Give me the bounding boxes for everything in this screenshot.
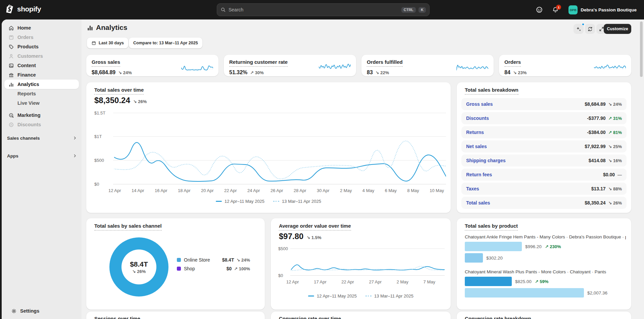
breakdown-row-gross-sales[interactable]: Gross sales $8,684.89↘ 24% [461,98,627,110]
card-title[interactable]: Total sales by sales channel [94,223,162,231]
x-axis-label: 8 May [407,188,419,193]
breakdown-delta: ↘ 24% [608,102,622,107]
legend-item-previous: 13 Mar–11 Apr 2025 [365,293,413,299]
sidebar-item-analytics[interactable]: Analytics [4,80,79,89]
bar-delta: ↗ 59% [535,279,549,284]
card-title[interactable]: Total sales breakdown [465,87,518,95]
aov-value: $97.80 [279,232,303,241]
card-title[interactable]: Sessions over time [94,316,140,319]
donut-center: $8.4T ↘ 26% [121,249,156,284]
breakdown-value: -$377.90 [587,116,605,121]
breakdown-row-total-sales[interactable]: Total sales $8,350.24↘ 26% [461,197,627,209]
channel-legend: Online Store $8.4T ↘ 24% Shop $0 ↗ 100% [177,257,250,271]
sidebar-item-products[interactable]: Products [4,42,79,51]
analytics-bars-icon [8,82,14,87]
customize-button[interactable]: Customize [604,24,631,34]
gridline [290,275,445,276]
breakdown-row-taxes[interactable]: Taxes $13.17↘ 88% [461,183,627,195]
channel-value: $8.4T [222,257,234,263]
breakdown-rows: Gross sales $8,684.89↘ 24% Discounts -$3… [461,98,627,209]
legend-item-current: 12 Apr–11 May 2025 [216,199,264,204]
breakdown-label[interactable]: Discounts [466,116,489,121]
scrollbar-thumb[interactable] [640,21,643,77]
date-range-button[interactable]: Last 30 days [87,38,128,48]
sidekick-button[interactable] [534,4,545,15]
breakdown-label[interactable]: Taxes [466,186,479,191]
global-search[interactable]: CTRL K [217,3,430,16]
sidebar-item-settings[interactable]: Settings [7,306,82,316]
breakdown-label[interactable]: Gross sales [466,101,493,107]
average-order-value-card: Average order value over time $97.80 ↘ 1… [271,218,451,310]
x-axis-label: 10 May [430,188,444,193]
y-axis-label: $1T [94,134,111,139]
sidebar-item-finance[interactable]: Finance [4,70,79,80]
dotted-line-swatch [273,201,279,202]
sidebar-section-sales-channels[interactable]: Sales channels [2,133,82,143]
breakdown-row-net-sales[interactable]: Net sales $7,922.99↘ 25% [461,140,627,152]
sidebar-item-marketing[interactable]: Marketing [4,110,79,120]
shopify-admin-app: shopify CTRL K [0,0,644,319]
bank-icon [8,72,14,78]
sidebar-section-apps[interactable]: Apps [2,151,82,161]
shopify-logo[interactable]: shopify [6,4,41,14]
breakdown-label[interactable]: Returns [466,130,484,135]
channel-delta: ↘ 24% [236,258,250,263]
auto-reports-button[interactable] [574,24,584,34]
sidebar-item-orders[interactable]: Orders [4,33,79,42]
sidebar-item-customers[interactable]: Customers [4,51,79,61]
metric-title[interactable]: Returning customer rate [229,59,288,67]
breakdown-delta: ↘ 88% [608,186,622,191]
shortcut-k-keycap: K [418,7,426,13]
orders-icon [8,35,14,40]
card-title[interactable]: Average order value over time [279,223,351,231]
y-axis-label: $1.5T [94,110,111,116]
conversion-rate-breakdown-card: Conversion rate breakdown [457,312,631,319]
breakdown-label[interactable]: Total sales [466,200,490,206]
card-title[interactable]: Total sales by product [465,223,518,231]
sidebar-item-label: Marketing [17,112,41,118]
refresh-data-button[interactable] [585,24,595,34]
date-range-label: Last 30 days [99,41,124,45]
kpi-card-gross-sales: Gross sales $8,684.89↘ 24% [86,55,218,76]
breakdown-label[interactable]: Shipping charges [466,158,505,163]
breakdown-row-return-fees[interactable]: Return fees $0.00— [461,169,627,181]
legend-label: 12 Apr–11 May 2025 [317,293,357,299]
channel-value: $0 [227,266,232,271]
sidebar-item-label: Home [17,25,31,31]
donut-delta: ↘ 26% [132,269,146,274]
metric-title[interactable]: Gross sales [92,59,120,67]
x-axis-label: 7 May [424,279,435,284]
sidebar-item-discounts[interactable]: Discounts [4,120,79,129]
notification-badge: 1 [556,5,561,10]
card-title[interactable]: Conversion rate over time [279,316,341,319]
breakdown-row-returns[interactable]: Returns -$384.00↗ 81% [461,126,627,138]
breakdown-value: $13.17 [591,186,606,191]
sidebar-item-home[interactable]: Home [4,23,79,33]
breakdown-label[interactable]: Net sales [466,144,487,149]
aov-line-chart [291,248,445,275]
metric-delta: ↘ 23% [513,70,527,75]
breakdown-row-discounts[interactable]: Discounts -$377.90↗ 31% [461,112,627,124]
sidebar-item-reports[interactable]: Reports [4,89,79,98]
compare-button[interactable]: Compare to: 13 Mar–11 Apr 2025 [129,38,202,48]
metric-title[interactable]: Orders fulfilled [367,59,403,67]
card-title[interactable]: Total sales over time [94,87,144,95]
breakdown-label[interactable]: Return fees [466,172,492,177]
sidebar-item-content[interactable]: Content [4,61,79,70]
metric-value: 83 [367,70,373,76]
metric-title[interactable]: Orders [504,59,521,67]
product-bar-current [465,242,522,251]
breakdown-delta: ↘ 26% [608,200,622,206]
card-title[interactable]: Conversion rate breakdown [465,316,531,319]
metric-value: $8,684.89 [92,70,115,76]
account-menu[interactable]: DPB Debra's Passion Boutique [566,4,639,16]
chart-legend: 12 Apr–11 May 2025 13 Mar–11 Apr 2025 [86,199,451,204]
bar-delta: ↗ 230% [545,244,561,249]
breakdown-row-shipping-charges[interactable]: Shipping charges $414.08↘ 16% [461,154,627,167]
sidebar-item-live-view[interactable]: Live View [4,98,79,108]
legend-label: 13 Mar–11 Apr 2025 [374,293,413,299]
search-input[interactable] [229,7,399,12]
notifications-button[interactable]: 1 [550,4,561,15]
x-axis-label: 4 May [362,188,374,193]
x-axis-label: 22 Apr [341,279,354,284]
